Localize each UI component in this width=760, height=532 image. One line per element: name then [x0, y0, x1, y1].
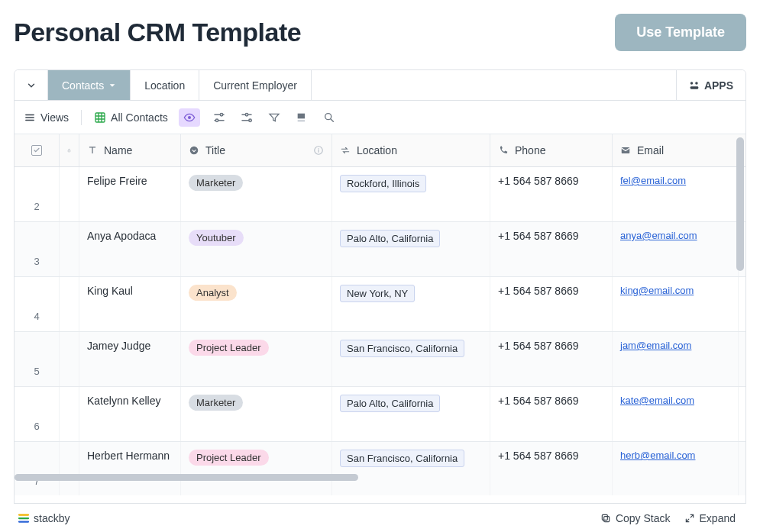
group-control-button[interactable] — [238, 111, 255, 124]
row-number: 2 — [15, 167, 60, 221]
vertical-scrollbar[interactable] — [736, 137, 744, 271]
tab-label: Current Employer — [213, 79, 297, 92]
cell-phone[interactable]: +1 564 587 8669 — [490, 387, 613, 441]
cell-name[interactable]: Herbert Hermann — [79, 442, 181, 495]
cell-location[interactable]: Rockford, Illinois — [332, 167, 490, 221]
cell-phone[interactable]: +1 564 587 8669 — [490, 332, 613, 386]
search-icon — [323, 111, 335, 124]
email-link[interactable]: kate@email.com — [620, 395, 694, 406]
cell-name[interactable]: Felipe Freire — [79, 167, 181, 221]
column-header-email[interactable]: Email — [613, 134, 739, 166]
svg-point-6 — [215, 119, 218, 121]
cell-phone[interactable]: +1 564 587 8669 — [490, 442, 613, 495]
column-header-location[interactable]: Location — [332, 134, 490, 166]
tab-label: Location — [144, 79, 185, 92]
cell-location[interactable]: Palo Alto, California — [332, 222, 490, 276]
cell-email[interactable]: king@email.com — [613, 277, 739, 331]
cell-phone[interactable]: +1 564 587 8669 — [490, 167, 613, 221]
cell-location[interactable]: San Francisco, California — [332, 332, 490, 386]
current-view-button[interactable]: All Contacts — [94, 111, 168, 124]
svg-point-0 — [690, 82, 694, 85]
location-chip: New York, NY — [340, 285, 415, 302]
copy-stack-button[interactable]: Copy Stack — [600, 512, 671, 524]
cell-title[interactable]: Marketer — [181, 167, 332, 221]
cell-title[interactable]: Project Leader — [181, 332, 332, 386]
views-label: Views — [40, 111, 69, 124]
email-link[interactable]: king@email.com — [620, 285, 694, 296]
table-row[interactable]: 5Jamey JudgeProject LeaderSan Francisco,… — [15, 332, 745, 387]
cell-title[interactable]: Marketer — [181, 387, 332, 441]
cell-phone[interactable]: +1 564 587 8669 — [490, 222, 613, 276]
cell-location[interactable]: New York, NY — [332, 277, 490, 331]
column-header-phone[interactable]: Phone — [490, 134, 613, 166]
table-row[interactable]: 6Katelynn KelleyMarketerPalo Alto, Calif… — [15, 387, 745, 442]
table-row[interactable]: 7Herbert HermannProject LeaderSan Franci… — [15, 442, 745, 495]
svg-point-8 — [249, 119, 251, 121]
cell-email[interactable]: jam@email.com — [613, 332, 739, 386]
row-number: 5 — [15, 332, 60, 386]
views-button[interactable]: Views — [24, 111, 69, 124]
expand-button[interactable]: Expand — [684, 512, 736, 524]
tab-contacts[interactable]: Contacts — [48, 70, 131, 100]
select-all-checkbox[interactable] — [31, 145, 42, 156]
column-checkbox[interactable] — [15, 134, 60, 166]
table-header-row: Name Title Location Phone Email — [15, 134, 745, 167]
tabs-collapse-button[interactable] — [15, 70, 48, 100]
tab-label: Contacts — [62, 79, 104, 92]
table-row[interactable]: 3Anya ApodacaYoutuberPalo Alto, Californ… — [15, 222, 745, 277]
location-chip: Palo Alto, California — [340, 395, 440, 412]
apps-button[interactable]: APPS — [677, 70, 745, 100]
cell-phone[interactable]: +1 564 587 8669 — [490, 277, 613, 331]
row-height-button[interactable] — [293, 111, 310, 124]
cell-location[interactable]: San Francisco, California — [332, 442, 490, 495]
single-select-icon — [189, 145, 199, 156]
row-lock-cell — [60, 442, 79, 495]
cell-email[interactable]: kate@email.com — [613, 387, 739, 441]
use-template-button[interactable]: Use Template — [615, 14, 746, 51]
sort-button[interactable] — [266, 111, 283, 124]
cell-name[interactable]: Anya Apodaca — [79, 222, 181, 276]
row-number: 6 — [15, 387, 60, 441]
cell-email[interactable]: fel@email.com — [613, 167, 739, 221]
expand-icon — [684, 513, 695, 524]
view-name-label: All Contacts — [111, 111, 168, 124]
table-body[interactable]: 2Felipe FreireMarketerRockford, Illinois… — [15, 167, 745, 495]
cell-name[interactable]: Jamey Judge — [79, 332, 181, 386]
row-lock-cell — [60, 332, 79, 386]
filter-control-button[interactable] — [211, 111, 228, 124]
cell-title[interactable]: Analyst — [181, 277, 332, 331]
lock-icon — [67, 145, 71, 156]
tab-location[interactable]: Location — [131, 70, 199, 100]
svg-rect-16 — [604, 516, 610, 521]
copy-stack-label: Copy Stack — [616, 512, 671, 524]
tab-current-employer[interactable]: Current Employer — [199, 70, 312, 100]
email-link[interactable]: herb@email.com — [620, 450, 695, 461]
title-pill: Analyst — [189, 285, 237, 301]
chevron-down-icon — [26, 80, 37, 91]
email-link[interactable]: anya@email.com — [620, 230, 697, 241]
cell-title[interactable]: Project Leader — [181, 442, 332, 495]
scrollbar-thumb[interactable] — [15, 474, 358, 481]
svg-point-4 — [188, 116, 191, 119]
phone-icon — [498, 145, 509, 156]
table-row[interactable]: 4King KaulAnalystNew York, NY+1 564 587 … — [15, 277, 745, 332]
table-row[interactable]: 2Felipe FreireMarketerRockford, Illinois… — [15, 167, 745, 222]
email-link[interactable]: jam@email.com — [620, 340, 691, 351]
brand-logo[interactable]: stackby — [17, 511, 70, 525]
toggle-visibility-button[interactable] — [179, 108, 200, 127]
cell-name[interactable]: King Kaul — [79, 277, 181, 331]
cell-email[interactable]: anya@email.com — [613, 222, 739, 276]
sliders-icon — [240, 111, 254, 124]
location-chip: San Francisco, California — [340, 450, 464, 467]
cell-email[interactable]: herb@email.com — [613, 442, 739, 495]
cell-location[interactable]: Palo Alto, California — [332, 387, 490, 441]
column-header-name[interactable]: Name — [79, 134, 181, 166]
column-header-title[interactable]: Title — [181, 134, 332, 166]
cell-name[interactable]: Katelynn Kelley — [79, 387, 181, 441]
location-chip: San Francisco, California — [340, 340, 464, 357]
email-link[interactable]: fel@email.com — [620, 175, 686, 186]
svg-point-7 — [245, 113, 247, 115]
cell-title[interactable]: Youtuber — [181, 222, 332, 276]
horizontal-scrollbar[interactable] — [15, 474, 745, 483]
search-button[interactable] — [321, 111, 338, 124]
